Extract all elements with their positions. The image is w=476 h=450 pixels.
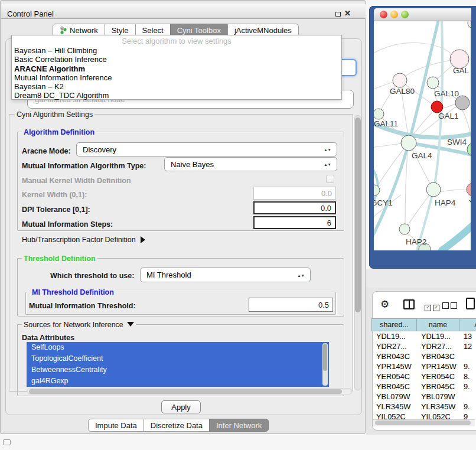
table-cell: YBR043C — [417, 352, 459, 361]
node-label-hap2: HAP2 — [406, 237, 426, 246]
tab-discretize-data[interactable]: Discretize Data — [144, 419, 210, 432]
table-header: shared...nameA — [372, 318, 476, 331]
kernel-width-label: Kernel Width (0,1): — [22, 191, 87, 199]
node-label-gal10: GAL10 — [434, 89, 459, 98]
sources-hscrollbar-thumb[interactable] — [29, 389, 342, 394]
column-header-a[interactable]: A — [459, 318, 476, 331]
tab-label: Discretize Data — [151, 421, 203, 430]
column-header-name[interactable]: name — [416, 318, 459, 331]
algorithm-option-dream8-dc-tdc-algorithm[interactable]: Dream8 DC_TDC Algorithm — [12, 91, 341, 100]
aracne-mode-combo[interactable]: Discovery ▲▼ — [76, 142, 337, 156]
tab-impute-data[interactable]: Impute Data — [88, 419, 144, 432]
mi-steps-field[interactable]: 6 — [253, 216, 336, 229]
table-cell: YDL19... — [417, 332, 459, 341]
kernel-width-field[interactable]: 0.0 — [253, 187, 336, 200]
apply-button[interactable]: Apply — [161, 400, 201, 413]
column-header-shared[interactable]: shared... — [371, 318, 417, 331]
network-node-hap2[interactable] — [399, 224, 410, 234]
attribute-item-betweennesscentrality[interactable]: BetweennessCentrality — [27, 364, 329, 376]
zoom-light[interactable] — [401, 11, 409, 18]
table-cell: YBL079W — [372, 392, 417, 401]
which-threshold-combo[interactable]: MI Threshold ▲▼ — [140, 268, 311, 282]
table-hscrollbar-thumb[interactable] — [375, 420, 471, 425]
table-row[interactable]: YBR043CYBR043C — [372, 351, 476, 361]
checked-boxes-icon[interactable]: ✓✓ — [425, 302, 441, 311]
gear-icon[interactable]: ⚙ — [380, 298, 389, 311]
network-node-gal10[interactable] — [427, 77, 439, 89]
table-row[interactable]: YDR27...YDR27...12 — [372, 341, 476, 351]
algorithm-option-bayesian-k2[interactable]: Bayesian – K2 — [12, 82, 341, 91]
attribute-item-topologicalcoefficient[interactable]: TopologicalCoefficient — [27, 353, 329, 364]
expand-right-icon[interactable] — [141, 236, 145, 243]
control-panel-titlebar[interactable]: Control Panel ✕ — [1, 4, 366, 19]
algorithm-option-bayesian-hill-climbing[interactable]: Bayesian – Hill Climbing — [12, 46, 341, 55]
table-row[interactable]: YPR145WYPR145W9. — [372, 361, 476, 371]
unchecked-boxes-icon[interactable] — [442, 302, 459, 311]
table-cell: YER054C — [372, 372, 417, 381]
tab-label: jActiveMNodules — [234, 26, 292, 35]
mi-threshold-field[interactable]: 0.5 — [249, 298, 333, 312]
network-edge[interactable] — [374, 144, 402, 148]
attributes-list-scrollbar-thumb[interactable] — [323, 344, 327, 371]
combo-stepper-icon: ▲▼ — [324, 163, 331, 166]
algorithm-option-mutual-information-inference[interactable]: Mutual Information Inference — [12, 73, 341, 82]
algorithm-option-aracne-algorithm[interactable]: ARACNE Algorithm — [12, 64, 341, 73]
network-icon — [60, 26, 67, 35]
network-node-gal11[interactable] — [374, 109, 384, 119]
sources-group-title[interactable]: Sources for Network Inference — [22, 321, 136, 329]
network-node[interactable] — [468, 21, 471, 28]
aracne-mode-value: Discovery — [83, 145, 116, 154]
network-edge[interactable] — [405, 151, 407, 224]
algorithm-option-basic-correlation-inference[interactable]: Basic Correlation Inference — [12, 55, 341, 64]
network-edge[interactable] — [440, 190, 467, 192]
float-window-icon[interactable] — [335, 12, 341, 17]
algorithm-popup-list: Select algorithm to view settings Bayesi… — [11, 35, 342, 100]
data-attributes-list[interactable]: SelfLoopsTopologicalCoefficientBetweenne… — [27, 342, 329, 387]
table-row[interactable]: YDL19...YDL19...13 — [372, 331, 476, 341]
node-label-y: Y — [469, 198, 471, 207]
tab-label: Cyni Toolbox — [177, 26, 221, 35]
manual-kernel-checkbox[interactable] — [326, 175, 334, 183]
network-node-hap4[interactable] — [426, 182, 441, 197]
sources-title-text: Sources for Network Inference — [24, 321, 123, 329]
table-cell: YBR045C — [417, 382, 459, 391]
table-panel-titlebar[interactable]: Table Panel — [366, 269, 476, 288]
dpi-tolerance-field[interactable]: 0.0 — [253, 201, 336, 214]
settings-group-title: Cyni Algorithm Settings — [15, 110, 94, 119]
tab-infer-network[interactable]: Infer Network — [209, 419, 269, 432]
split-columns-icon[interactable] — [403, 299, 415, 309]
table-row[interactable]: YBL079WYBL079W — [372, 392, 476, 402]
network-window-titlebar[interactable] — [374, 8, 471, 21]
table-cell: YPR145W — [417, 362, 459, 371]
docked-panel-icon[interactable] — [3, 439, 11, 445]
table-row[interactable]: YER054CYER054C8. — [372, 371, 476, 381]
network-edge-highlighted[interactable] — [442, 224, 471, 250]
tab-label: Style — [112, 26, 129, 35]
attribute-item-gal4rgexp[interactable]: gal4RGexp — [27, 376, 329, 387]
tab-label: Infer Network — [216, 421, 262, 430]
close-light[interactable] — [380, 11, 387, 18]
minimize-light[interactable] — [390, 11, 398, 18]
document-icon[interactable] — [466, 298, 475, 309]
network-node-gal80[interactable] — [393, 73, 407, 87]
network-canvas[interactable]: GALGAL80GAL10GAL1GAL11GAL4SWI4GCY1HAP4YH… — [374, 21, 471, 250]
settings-scrollbar-thumb[interactable] — [355, 118, 361, 312]
network-node-gal4[interactable] — [401, 135, 416, 151]
algorithm-popup-placeholder: Select algorithm to view settings — [12, 35, 341, 46]
close-icon[interactable]: ✕ — [344, 9, 351, 18]
network-node-gal1[interactable] — [431, 101, 443, 113]
collapse-down-icon[interactable] — [127, 322, 134, 327]
network-node-y[interactable] — [467, 183, 471, 196]
attribute-item-selfloops[interactable]: SelfLoops — [27, 342, 329, 353]
combo-stepper-icon: ▲▼ — [297, 273, 305, 276]
table-row[interactable]: YBR045CYBR045C9. — [372, 381, 476, 392]
network-edge[interactable] — [374, 43, 452, 54]
table-cell: YBL079W — [417, 392, 459, 401]
hub-definition-expander[interactable]: Hub/Transcription Factor Definition — [22, 236, 145, 244]
table-cell: YLR345W — [372, 402, 417, 411]
mi-type-combo[interactable]: Naive Bayes ▲▼ — [164, 157, 337, 171]
hub-definition-label: Hub/Transcription Factor Definition — [22, 236, 136, 244]
table-row[interactable]: YLR345WYLR345W9. — [372, 402, 476, 412]
algorithm-definition-title: Algorithm Definition — [22, 128, 96, 136]
node-label-gal11: GAL11 — [374, 119, 398, 128]
